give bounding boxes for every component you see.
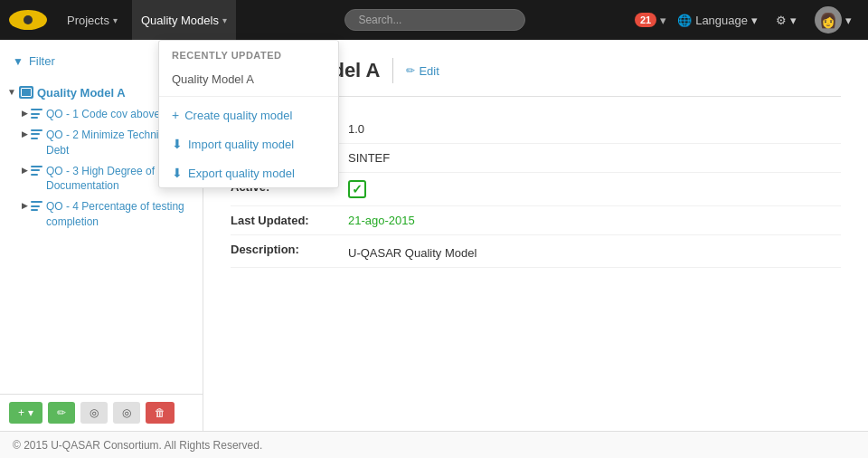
avatar: 👩 — [815, 6, 842, 33]
description-value: U-QASAR Quality Model — [348, 246, 476, 260]
description-row: Description: U-QASAR Quality Model — [231, 235, 841, 268]
trash-icon: 🗑 — [155, 406, 165, 419]
avatar-caret: ▾ — [845, 14, 852, 27]
last-updated-row: Last Updated: 21-ago-2015 — [231, 206, 841, 235]
tree-child-4[interactable]: ▶ QO - 4 Percentage of testing completio… — [16, 196, 203, 233]
qo-icon-2 — [31, 129, 42, 139]
qo-icon-4 — [31, 201, 42, 211]
quality-models-caret: ▾ — [222, 15, 227, 25]
footer: © 2015 U-QASAR Consortium. All Rights Re… — [0, 431, 868, 458]
search-container — [241, 9, 629, 31]
language-caret: ▾ — [751, 14, 758, 27]
move-up-button[interactable]: ◎ — [80, 402, 108, 424]
tree-root-label: Quality Model A — [37, 85, 126, 101]
qo-icon-3 — [31, 166, 42, 176]
main-layout: ▼ Filter ▼ Quality Model A ▶ — [0, 40, 868, 431]
gear-icon: ⚙ — [776, 14, 787, 27]
quality-models-menu[interactable]: Quality Models ▾ — [132, 0, 236, 40]
last-updated-value: 21-ago-2015 — [348, 214, 415, 227]
quality-models-dropdown: RECENTLY UPDATED Quality Model A + Creat… — [158, 40, 339, 188]
dropdown-recent-quality-model[interactable]: Quality Model A — [159, 66, 338, 92]
description-label: Description: — [231, 243, 348, 256]
export-quality-model-label: Export quality model — [188, 167, 295, 180]
last-updated-label: Last Updated: — [231, 214, 348, 227]
create-quality-model-label: Create quality model — [184, 109, 292, 122]
nav-right: 21 ▾ 🌐 Language ▾ ⚙ ▾ 👩 ▾ — [635, 0, 859, 40]
plus-icon: + — [172, 108, 179, 122]
import-icon: ⬇ — [172, 137, 183, 151]
plus-icon: + — [18, 406, 24, 419]
filter-icon: ▼ — [13, 55, 24, 68]
projects-menu[interactable]: Projects ▾ — [58, 0, 127, 40]
export-quality-model-action[interactable]: ⬇ Export quality model — [159, 158, 338, 187]
search-input[interactable] — [344, 9, 525, 31]
tree-toggle-child4: ▶ — [22, 201, 28, 210]
import-quality-model-label: Import quality model — [188, 138, 294, 151]
projects-caret: ▾ — [113, 15, 118, 25]
delete-button[interactable]: 🗑 — [146, 402, 175, 424]
move-down-button[interactable]: ◎ — [113, 402, 140, 424]
quality-models-label: Quality Models — [141, 14, 219, 27]
company-value: SINTEF — [348, 151, 390, 165]
down-icon: ◎ — [122, 406, 131, 419]
active-checkbox: ✓ — [348, 180, 366, 198]
language-label: Language — [695, 14, 748, 27]
language-menu[interactable]: 🌐 Language ▾ — [670, 0, 765, 40]
header-divider — [392, 58, 393, 83]
export-icon: ⬇ — [172, 166, 183, 180]
tree-toggle-child1: ▶ — [22, 109, 28, 118]
edit-button[interactable]: ✏ — [48, 402, 75, 424]
edit-pencil-icon: ✏ — [406, 64, 415, 77]
dropdown-section-label: RECENTLY UPDATED — [159, 41, 338, 66]
add-button[interactable]: + ▾ — [9, 402, 42, 424]
tree-toggle-root: ▼ — [7, 87, 16, 97]
edit-label: Edit — [419, 64, 439, 78]
settings-caret: ▾ — [790, 14, 797, 27]
quality-model-icon — [19, 86, 33, 99]
dropdown-divider — [159, 96, 338, 97]
up-icon: ◎ — [90, 406, 99, 419]
import-quality-model-action[interactable]: ⬇ Import quality model — [159, 129, 338, 158]
navbar: Projects ▾ Quality Models ▾ 21 ▾ 🌐 Langu… — [0, 0, 868, 40]
tree-toggle-child3: ▶ — [22, 166, 28, 175]
projects-label: Projects — [67, 14, 109, 27]
tree-child-4-label: QO - 4 Percentage of testing completion — [46, 199, 197, 230]
qo-icon-1 — [31, 109, 42, 119]
add-caret: ▾ — [28, 406, 33, 419]
notification-badge[interactable]: 21 — [635, 13, 656, 27]
pencil-icon: ✏ — [57, 406, 66, 419]
user-menu[interactable]: 👩 ▾ — [807, 0, 859, 40]
edit-link[interactable]: ✏ Edit — [406, 64, 439, 78]
sidebar-toolbar: + ▾ ✏ ◎ ◎ 🗑 — [0, 394, 203, 431]
globe-icon: 🌐 — [677, 14, 692, 27]
logo — [9, 7, 47, 33]
filter-label: Filter — [29, 54, 55, 68]
notification-caret: ▾ — [660, 14, 666, 27]
edition-value: 1.0 — [348, 122, 364, 136]
footer-text: © 2015 U-QASAR Consortium. All Rights Re… — [13, 439, 262, 452]
create-quality-model-action[interactable]: + Create quality model — [159, 100, 338, 129]
tree-toggle-child2: ▶ — [22, 129, 28, 138]
settings-menu[interactable]: ⚙ ▾ — [769, 0, 804, 40]
